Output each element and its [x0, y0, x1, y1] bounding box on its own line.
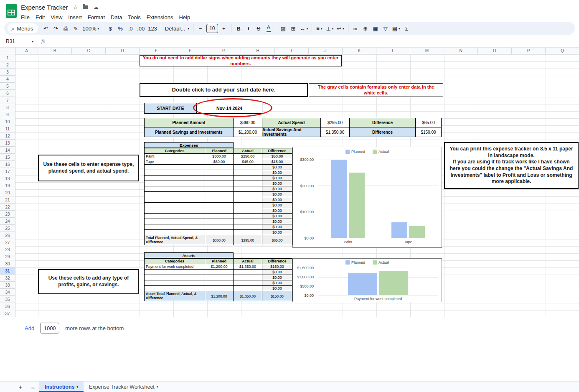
assets-header-planned[interactable]: Planned — [205, 258, 234, 264]
menu-view[interactable]: View — [48, 13, 65, 22]
expenses-header-categories[interactable]: Categories — [145, 148, 205, 154]
column-header-A[interactable]: A — [15, 47, 38, 54]
row-header-11[interactable]: 11 — [0, 125, 15, 132]
decrease-decimal-button[interactable]: .0 — [125, 23, 135, 33]
expenses-cell[interactable] — [205, 219, 234, 224]
paint-format-button[interactable]: ✎ — [71, 23, 81, 33]
insert-link-button[interactable]: ∞ — [350, 23, 361, 33]
expenses-cell[interactable] — [234, 203, 262, 208]
row-header-22[interactable]: 22 — [0, 204, 15, 211]
assets-cell[interactable] — [145, 275, 205, 280]
assets-cell[interactable]: $0.00 — [262, 280, 292, 286]
menu-edit[interactable]: Edit — [33, 13, 48, 22]
row-header-4[interactable]: 4 — [0, 76, 15, 83]
expenses-cell[interactable] — [205, 176, 234, 181]
column-header-E[interactable]: E — [140, 47, 173, 54]
expenses-cell[interactable]: $0.00 — [262, 208, 292, 214]
menu-help[interactable]: Help — [176, 13, 193, 22]
italic-button[interactable]: I — [244, 23, 254, 33]
assets-cell[interactable] — [145, 270, 205, 275]
row-header-1[interactable]: 1 — [0, 54, 15, 61]
expenses-cell[interactable] — [145, 181, 205, 186]
column-header-L[interactable]: L — [376, 47, 410, 54]
expenses-chart[interactable]: PlannedActual $300.00$200.00$100.00$0.00… — [292, 147, 442, 248]
expenses-cell[interactable]: $0.00 — [262, 203, 292, 208]
row-header-8[interactable]: 8 — [0, 104, 15, 111]
row-header-14[interactable]: 14 — [0, 147, 15, 154]
assets-cell[interactable] — [145, 280, 205, 286]
assets-cell[interactable]: $0.00 — [262, 286, 292, 291]
column-header-H[interactable]: H — [241, 47, 275, 54]
name-box[interactable]: R31 ▾ — [0, 38, 36, 44]
print-button[interactable]: ⎙ — [61, 23, 71, 33]
row-header-15[interactable]: 15 — [0, 154, 15, 161]
column-header-I[interactable]: I — [275, 47, 309, 54]
expenses-cell[interactable]: $0.00 — [262, 197, 292, 203]
merge-cells-button[interactable]: ↔▾ — [298, 23, 310, 33]
expenses-cell[interactable]: $0.00 — [262, 192, 292, 197]
expenses-cell[interactable] — [145, 170, 205, 176]
move-to-folder-icon[interactable] — [83, 5, 88, 9]
menu-extensions[interactable]: Extensions — [144, 13, 176, 22]
expenses-header-actual[interactable]: Actual — [234, 148, 262, 154]
assets-cell[interactable] — [145, 286, 205, 291]
expenses-header-planned[interactable]: Planned — [205, 148, 234, 154]
row-header-34[interactable]: 34 — [0, 289, 15, 296]
summary-label-cell[interactable]: Difference — [350, 118, 416, 127]
star-icon[interactable]: ☆ — [73, 5, 78, 10]
row-header-25[interactable]: 25 — [0, 225, 15, 232]
assets-total-actual[interactable]: $1,350.00 — [234, 291, 262, 301]
column-header-O[interactable]: O — [478, 47, 512, 54]
assets-help-note[interactable]: Use these cells to add any type of profi… — [38, 269, 139, 294]
assets-table-title[interactable]: Assets — [145, 252, 234, 258]
assets-header-categories[interactable]: Categories — [145, 258, 205, 264]
font-size-input[interactable]: 10 — [206, 24, 218, 33]
expenses-cell[interactable]: $45.00 — [234, 159, 262, 165]
expenses-cell[interactable] — [145, 192, 205, 197]
expenses-cell[interactable]: $60.00 — [205, 159, 234, 165]
sheets-logo-icon[interactable] — [5, 3, 18, 19]
row-header-23[interactable]: 23 — [0, 211, 15, 218]
row-header-20[interactable]: 20 — [0, 189, 15, 196]
expenses-cell[interactable]: $0.00 — [262, 165, 292, 170]
expenses-cell[interactable] — [234, 197, 262, 203]
assets-cell[interactable] — [234, 280, 262, 286]
assets-total-difference[interactable]: $150.00 — [262, 291, 292, 301]
assets-cell[interactable]: $1,350.00 — [234, 264, 262, 270]
expenses-cell[interactable]: $15.00 — [262, 159, 292, 165]
insert-comment-button[interactable]: ⊕ — [361, 23, 371, 33]
expenses-cell[interactable] — [205, 214, 234, 219]
assets-cell[interactable] — [205, 280, 234, 286]
assets-cell[interactable] — [234, 286, 262, 291]
format-percent-button[interactable]: % — [115, 23, 125, 33]
strikethrough-button[interactable]: S — [254, 23, 264, 33]
text-color-button[interactable]: A — [264, 23, 274, 33]
row-header-19[interactable]: 19 — [0, 182, 15, 189]
expenses-cell[interactable] — [145, 197, 205, 203]
vertical-align-button[interactable]: ⊥▾ — [324, 23, 335, 33]
start-date-instruction-box[interactable]: Double click to add your start date here… — [140, 83, 308, 97]
rows-count-input[interactable]: 1000 — [40, 323, 59, 333]
functions-button[interactable]: Σ — [401, 23, 411, 33]
row-header-7[interactable]: 7 — [0, 97, 15, 104]
expenses-total-actual[interactable]: $295.00 — [234, 235, 262, 245]
format-currency-button[interactable]: $ — [105, 23, 115, 33]
expenses-total-difference[interactable]: $65.00 — [262, 235, 292, 245]
insert-chart-button[interactable]: ▦ — [371, 23, 381, 33]
assets-cell[interactable]: Payment for work completed — [145, 264, 205, 270]
expenses-cell[interactable] — [205, 208, 234, 214]
row-header-6[interactable]: 6 — [0, 90, 15, 97]
summary-label-cell[interactable]: Actual Savings And Investments — [262, 127, 321, 137]
column-header-D[interactable]: D — [106, 47, 140, 54]
row-header-27[interactable]: 27 — [0, 239, 15, 246]
create-filter-button[interactable]: ▽ — [381, 23, 391, 33]
menu-tools[interactable]: Tools — [125, 13, 143, 22]
expenses-cell[interactable] — [145, 208, 205, 214]
assets-cell[interactable]: $150.00 — [262, 264, 292, 270]
expenses-cell[interactable]: Tape — [145, 159, 205, 165]
column-header-G[interactable]: G — [207, 47, 241, 54]
expenses-cell[interactable]: Paint — [145, 154, 205, 159]
column-header-F[interactable]: F — [173, 47, 207, 54]
column-header-B[interactable]: B — [38, 47, 72, 54]
assets-cell[interactable] — [234, 275, 262, 280]
